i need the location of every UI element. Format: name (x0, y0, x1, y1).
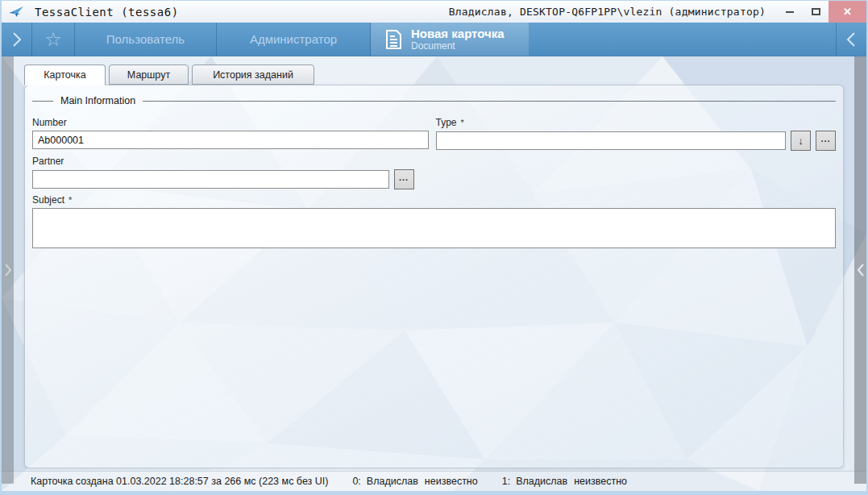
close-button[interactable]: ✕ (829, 1, 866, 23)
minimize-icon (786, 11, 794, 13)
minimize-button[interactable] (777, 1, 803, 23)
ellipsis-icon: ... (820, 134, 830, 144)
content-area: Карточка Маршрут История заданий Main In… (2, 56, 866, 491)
required-mark: * (461, 118, 464, 127)
tab-route[interactable]: Маршрут (109, 64, 189, 85)
chevron-right-icon (4, 263, 12, 277)
right-panel-expander[interactable] (854, 56, 866, 484)
type-select-button[interactable]: ↓ (791, 131, 811, 151)
tab-task-history[interactable]: История заданий (192, 64, 314, 85)
card-page: Main Information Number Type* (24, 85, 844, 468)
required-mark: * (69, 195, 72, 205)
card-tabstrip: Карточка Маршрут История заданий (24, 64, 866, 85)
nav-collapse-right-button[interactable] (837, 23, 866, 56)
down-arrow-icon: ↓ (798, 135, 804, 147)
number-label: Number (32, 117, 429, 128)
main-information-group: Main Information (32, 95, 836, 106)
title-bar: TessaClient (tessa6) Владислав, DESKTOP-… (2, 1, 866, 23)
subject-label: Subject* (32, 194, 836, 206)
left-panel-expander[interactable] (2, 56, 14, 484)
subject-input[interactable] (32, 208, 836, 248)
app-window: TessaClient (tessa6) Владислав, DESKTOP-… (0, 0, 868, 495)
chevron-left-icon (846, 31, 857, 48)
favorites-button[interactable]: ☆ (32, 23, 74, 56)
maximize-button[interactable] (803, 1, 829, 23)
number-input[interactable] (32, 131, 429, 149)
card-created-status: Карточка создана 01.03.2022 18:28:57 за … (31, 476, 328, 487)
logged-in-user: Владислав, DESKTOP-Q6FP1PP\vlezin (админ… (449, 6, 766, 18)
nav-tab-new-card[interactable]: Новая карточка Document (371, 23, 529, 56)
active-card-title: Новая карточка (411, 27, 505, 40)
main-navbar: ☆ Пользователь Администратор Новая карто… (2, 23, 866, 56)
star-icon: ☆ (44, 30, 62, 49)
nav-expand-button[interactable] (2, 23, 31, 56)
status-bar: Карточка создана 01.03.2022 18:28:57 за … (2, 471, 866, 491)
document-icon (385, 29, 402, 50)
tab-card[interactable]: Карточка (24, 64, 106, 85)
status-counter-1: 1: Владислав неизвестно (502, 476, 627, 487)
ellipsis-icon: ... (399, 173, 409, 182)
active-card-subtitle: Document (411, 40, 505, 52)
group-title: Main Information (53, 95, 143, 106)
close-icon: ✕ (843, 6, 852, 18)
maximize-icon (812, 8, 820, 15)
tessa-logo-icon (7, 5, 27, 19)
partner-browse-button[interactable]: ... (394, 169, 414, 189)
chevron-left-icon (857, 263, 865, 277)
chevron-right-icon (11, 31, 22, 48)
type-input[interactable] (436, 131, 786, 150)
partner-input[interactable] (32, 170, 389, 189)
type-browse-button[interactable]: ... (816, 131, 836, 151)
nav-tab-admin[interactable]: Администратор (217, 23, 370, 56)
status-counter-0: 0: Владислав неизвестно (352, 476, 477, 487)
type-label: Type* (436, 117, 836, 128)
partner-label: Partner (32, 156, 414, 167)
nav-tab-user[interactable]: Пользователь (75, 23, 216, 56)
window-title: TessaClient (tessa6) (35, 6, 179, 19)
